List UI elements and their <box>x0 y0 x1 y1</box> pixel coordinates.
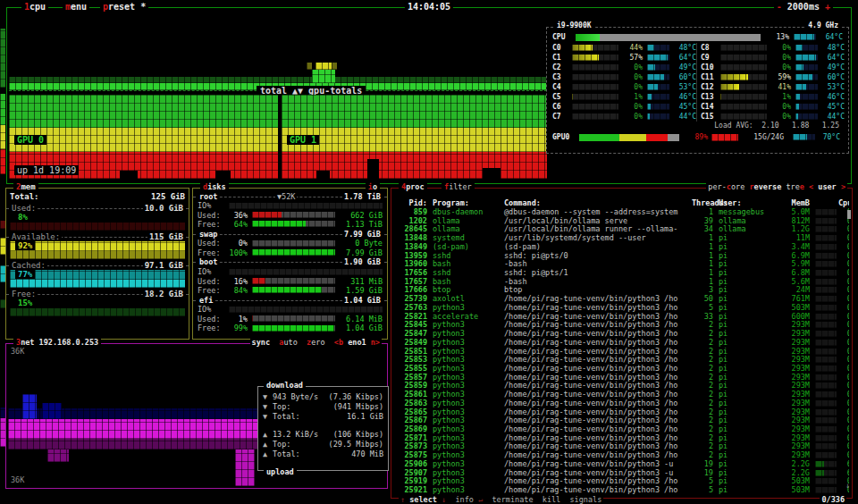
mem-available-percent: 92% <box>10 241 185 251</box>
kill-button[interactable]: kill <box>543 495 560 504</box>
core-row: C10 0% 49°C <box>701 63 845 72</box>
network-panel-toggle[interactable]: 3net 192.168.0.253 <box>13 338 101 347</box>
scroll-down-indicator: ↓ <box>845 481 850 490</box>
process-row[interactable]: 25859 python3 /home/pi/rag-tune-venv/bin… <box>395 382 849 391</box>
process-cpu-meter <box>815 218 837 224</box>
process-cpu-meter <box>815 253 837 259</box>
core-usage-meter <box>572 113 618 120</box>
process-row[interactable]: 13848 systemd /usr/lib/systemd/systemd -… <box>395 234 849 243</box>
process-row[interactable]: 25821 accelerate /home/pi/rag-tune-venv/… <box>395 313 849 322</box>
net-next-iface-button[interactable]: n> <box>371 338 380 347</box>
process-row[interactable]: 28645 ollama /usr/local/bin/ollama runne… <box>395 225 849 234</box>
core-temp-meter <box>647 113 669 120</box>
core-usage-meter <box>720 104 767 110</box>
net-prev-iface-button[interactable]: <b <box>334 338 343 347</box>
process-row[interactable]: 25867 python3 /home/pi/rag-tune-venv/bin… <box>395 416 849 425</box>
process-row[interactable]: 1202 ollama /usr/local/bin/ollama serve … <box>395 217 849 226</box>
net-sync-toggle[interactable]: sync <box>252 338 270 347</box>
filter-button[interactable]: filter <box>442 182 475 191</box>
core-usage-meter <box>572 104 618 110</box>
process-cpu-meter <box>815 235 837 241</box>
reverse-toggle[interactable]: reverse <box>749 182 781 191</box>
mem-used-graph <box>10 223 185 231</box>
disks-panel-toggle[interactable]: disks <box>200 182 229 191</box>
process-row[interactable]: 13960 bash -bash 1 pi 5.9M 0.0 <box>395 260 849 269</box>
tree-toggle[interactable]: tree <box>786 182 803 191</box>
process-row[interactable]: 25845 python3 /home/pi/rag-tune-venv/bin… <box>395 321 849 330</box>
process-row[interactable]: 25907 python3 /home/pi/rag-tune-venv/bin… <box>395 469 849 478</box>
net-stats-box: download upload ▼943 Byte/s(7.36 Kibps) … <box>257 386 389 471</box>
process-row[interactable]: 25853 python3 /home/pi/rag-tune-venv/bin… <box>395 356 849 365</box>
disk-free-meter <box>252 325 335 332</box>
disk-io-meter <box>229 203 383 209</box>
sort-prev-button[interactable]: < <box>809 182 813 191</box>
process-row[interactable]: 25921 python3 /home/pi/rag-tune-venv/bin… <box>395 486 849 495</box>
core-usage-meter <box>720 55 767 61</box>
terminate-button[interactable]: terminate <box>492 495 533 504</box>
cpu-total-row: CPU 13% 64°C <box>552 31 843 43</box>
select-button[interactable]: select <box>409 495 437 504</box>
info-button[interactable]: info <box>455 495 473 504</box>
process-row[interactable]: 25855 python3 /home/pi/rag-tune-venv/bin… <box>395 365 849 374</box>
process-row[interactable]: 25865 python3 /home/pi/rag-tune-venv/bin… <box>395 408 849 417</box>
interval-decrease-button[interactable]: - <box>777 2 782 12</box>
disk-io-meter <box>229 269 383 275</box>
process-row[interactable]: 25739 axolotl /home/pi/rag-tune-venv/bin… <box>395 295 849 304</box>
process-row[interactable]: 13849 (sd-pam) (sd-pam) 1 pi 3.4M 0.0 <box>395 243 849 252</box>
column-memb[interactable]: MemB <box>776 198 810 208</box>
process-row[interactable]: 25863 python3 /home/pi/rag-tune-venv/bin… <box>395 399 849 408</box>
process-row[interactable]: 25763 python3 /home/pi/rag-tune-venv/bin… <box>395 304 849 313</box>
column-command[interactable]: Command: <box>500 198 692 208</box>
menu-button[interactable]: menu <box>63 2 89 12</box>
memory-panel-toggle[interactable]: 2mem <box>13 182 38 191</box>
cpu-total-graph <box>9 26 547 90</box>
process-row[interactable]: 25873 python3 /home/pi/rag-tune-venv/bin… <box>395 442 849 451</box>
gpu0-label: GPU 0 <box>14 135 46 145</box>
process-cpu-meter <box>815 452 837 458</box>
proc-scrollbar[interactable] <box>847 210 851 219</box>
sort-next-button[interactable]: > <box>841 182 845 191</box>
column-threads[interactable]: Threads: <box>692 198 713 208</box>
process-row[interactable]: 13959 sshd sshd: pi@pts/0 1 pi 6.9M 0.0 <box>395 252 849 261</box>
download-spike <box>22 394 37 419</box>
process-row[interactable]: 17657 bash -bash 1 pi 5.6M 0.0 <box>395 278 849 287</box>
process-row[interactable]: 25875 python3 /home/pi/rag-tune-venv/bin… <box>395 451 849 460</box>
download-label: download <box>264 381 306 390</box>
process-row[interactable]: 25869 python3 /home/pi/rag-tune-venv/bin… <box>395 425 849 434</box>
process-row[interactable]: 25847 python3 /home/pi/rag-tune-venv/bin… <box>395 330 849 339</box>
download-bump <box>42 403 62 419</box>
net-auto-toggle[interactable]: auto <box>279 338 297 347</box>
process-row[interactable]: 25871 python3 /home/pi/rag-tune-venv/bin… <box>395 434 849 443</box>
per-core-toggle[interactable]: per-core <box>708 182 744 191</box>
cpu-panel-toggle[interactable]: 1cpu <box>21 2 48 12</box>
core-temp-meter <box>647 74 669 80</box>
disks-io-toggle[interactable]: io <box>366 182 380 191</box>
process-row[interactable]: 25857 python3 /home/pi/rag-tune-venv/bin… <box>395 374 849 382</box>
net-zero-toggle[interactable]: zero <box>307 338 324 347</box>
process-row[interactable]: 25849 python3 /home/pi/rag-tune-venv/bin… <box>395 339 849 348</box>
preset-button[interactable]: preset * <box>100 2 148 12</box>
signals-button[interactable]: signals <box>570 495 602 504</box>
column-pid[interactable]: Pid: <box>395 198 427 208</box>
core-temp-meter <box>795 45 818 51</box>
column-user[interactable]: User: <box>713 198 776 208</box>
process-panel-toggle[interactable]: 4proc <box>399 182 427 191</box>
process-row[interactable]: 25919 python3 /home/pi/rag-tune-venv/bin… <box>395 477 849 486</box>
column-program[interactable]: Program: <box>427 198 500 208</box>
interval-increase-button[interactable]: + <box>825 2 830 12</box>
process-cpu-meter <box>815 287 837 293</box>
process-row[interactable]: 17666 btop btop 3 pi 24M 0.0 <box>395 286 849 295</box>
core-temp-meter <box>647 64 669 71</box>
process-row[interactable]: 859 dbus-daemon @dbus-daemon --system --… <box>395 208 849 217</box>
column-cpu[interactable]: Cpu%↑ <box>838 198 849 208</box>
process-row[interactable]: 25851 python3 /home/pi/rag-tune-venv/bin… <box>395 348 849 357</box>
edge-strip-gpu-red <box>0 149 5 174</box>
process-cpu-meter <box>815 426 837 433</box>
upload-bump <box>47 449 69 462</box>
core-usage-meter <box>572 45 618 51</box>
net-stat-row: ▼Top:(941 Mibps) <box>263 402 383 412</box>
process-row[interactable]: 25906 python3 /home/pi/rag-tune-venv/bin… <box>395 460 849 469</box>
process-row[interactable]: 17656 sshd sshd: pi@pts/1 1 pi 6.8M 0.0 <box>395 269 849 278</box>
core-row: C8 0% 48°C <box>701 43 845 53</box>
process-row[interactable]: 25861 python3 /home/pi/rag-tune-venv/bin… <box>395 391 849 399</box>
